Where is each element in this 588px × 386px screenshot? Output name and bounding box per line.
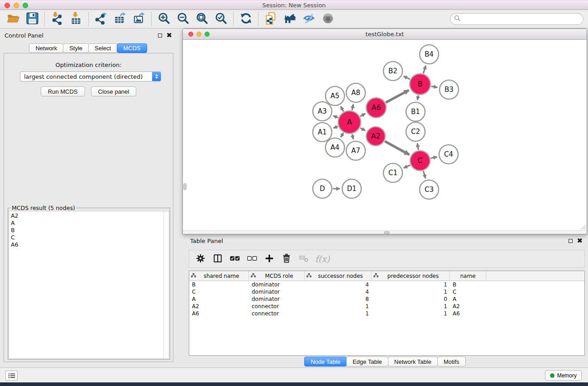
mcds-result-item[interactable]: A2 [11, 212, 162, 219]
mcds-result-item[interactable]: A [11, 219, 162, 227]
export-image-button[interactable] [129, 11, 148, 27]
edge-A6-B[interactable] [386, 90, 409, 103]
node-B4[interactable]: B4 [420, 45, 439, 64]
resize-grip-icon[interactable] [580, 224, 586, 230]
zoom-fit-button[interactable] [192, 11, 211, 27]
mcds-result-item[interactable]: B [11, 227, 162, 234]
horizontal-scroll-thumb[interactable] [384, 231, 390, 234]
cell-name[interactable]: C [450, 288, 486, 295]
edge-B-B3[interactable] [431, 86, 438, 88]
open-folder-button[interactable] [4, 11, 23, 27]
search-input[interactable] [461, 14, 583, 24]
node-A5[interactable]: A5 [325, 86, 344, 105]
mcds-result-list[interactable]: A2ABCA6 [9, 211, 169, 359]
column-header-successor-nodes[interactable]: successor nodes [305, 271, 372, 281]
import-network-button[interactable] [48, 11, 67, 27]
network-from-selection-button[interactable] [261, 11, 280, 27]
cell-successor-nodes[interactable]: 4 [305, 288, 372, 295]
cell-predecessor-nodes[interactable]: 1 [372, 281, 450, 288]
node-C4[interactable]: C4 [439, 145, 458, 164]
export-network-button[interactable] [91, 11, 110, 27]
close-panel-button[interactable]: Close panel [91, 86, 137, 96]
edge-A-A6[interactable] [360, 114, 366, 116]
search-box[interactable] [450, 13, 583, 25]
tab-edge-table[interactable]: Edge Table [346, 357, 388, 367]
cell-predecessor-nodes[interactable]: 1 [372, 310, 450, 317]
run-mcds-button[interactable]: Run MCDS [41, 86, 85, 96]
refresh-button[interactable] [236, 11, 255, 27]
close-panel-icon[interactable]: ✖ [166, 33, 172, 38]
node-A2[interactable]: A2 [366, 127, 385, 146]
tab-motifs[interactable]: Motifs [437, 357, 466, 367]
zoom-selected-button[interactable] [211, 11, 230, 27]
tab-mcds[interactable]: MCDS [117, 43, 147, 53]
network-window-titlebar[interactable]: testGlobe.txt [183, 29, 587, 40]
edge-B-B1[interactable] [417, 95, 418, 100]
node-A4[interactable]: A4 [325, 138, 344, 157]
column-header-MCDS-role[interactable]: MCDS role [249, 271, 305, 281]
gear-button[interactable] [193, 252, 208, 266]
node-A6[interactable]: A6 [366, 98, 386, 118]
vertical-scrollbar[interactable] [183, 40, 186, 230]
edge-B-B2[interactable] [403, 76, 410, 79]
vertical-scroll-thumb[interactable] [183, 183, 186, 190]
edge-A-A8[interactable] [352, 104, 354, 110]
float-table-panel-icon[interactable] [569, 239, 573, 243]
tab-select[interactable]: Select [88, 43, 117, 53]
cell-MCDS-role[interactable]: dominator [249, 295, 305, 303]
show-all-button[interactable] [318, 11, 337, 27]
node-D[interactable]: D [313, 179, 332, 198]
optimization-criterion-select[interactable]: largest connected component (directed) [20, 71, 161, 81]
node-A8[interactable]: A8 [346, 83, 365, 102]
cell-MCDS-role[interactable]: dominator [249, 288, 305, 295]
cell-name[interactable]: B [450, 281, 486, 288]
memory-button[interactable]: Memory [545, 370, 582, 381]
node-A[interactable]: A [338, 111, 361, 133]
node-A7[interactable]: A7 [346, 141, 365, 160]
cell-predecessor-nodes[interactable]: 1 [372, 303, 450, 310]
cell-successor-nodes[interactable]: 1 [305, 310, 372, 317]
edge-A-A1[interactable] [333, 126, 338, 128]
node-B1[interactable]: B1 [406, 102, 425, 121]
edge-C-C3[interactable] [423, 171, 425, 178]
cell-shared-name[interactable]: B [189, 281, 249, 288]
cell-predecessor-nodes[interactable]: 1 [372, 288, 450, 295]
save-button[interactable] [23, 11, 42, 27]
zoom-window-button[interactable] [23, 3, 28, 8]
columns-button[interactable] [210, 252, 225, 266]
node-B3[interactable]: B3 [440, 80, 459, 99]
edge-A-A3[interactable] [333, 116, 338, 118]
cell-shared-name[interactable]: A2 [189, 303, 249, 310]
column-header-shared-name[interactable]: shared name [189, 271, 249, 281]
cell-name[interactable]: A [450, 295, 486, 303]
tab-style[interactable]: Style [63, 43, 89, 53]
node-C[interactable]: C [410, 151, 430, 171]
cell-MCDS-role[interactable]: dominator [249, 281, 305, 288]
node-C3[interactable]: C3 [420, 180, 439, 199]
edge-B-B4[interactable] [423, 66, 425, 73]
cell-MCDS-role[interactable]: connector [249, 310, 305, 317]
horizontal-scrollbar[interactable] [183, 230, 587, 234]
node-C1[interactable]: C1 [383, 163, 402, 182]
edge-C-C2[interactable] [417, 143, 418, 150]
node-B[interactable]: B [410, 74, 430, 95]
export-table-button[interactable] [110, 11, 129, 27]
import-table-button[interactable] [67, 11, 86, 27]
column-header-predecessor-nodes[interactable]: predecessor nodes [372, 271, 450, 281]
list-scrollbar[interactable] [163, 211, 169, 358]
minimize-network-window-button[interactable] [196, 32, 201, 37]
zoom-out-button[interactable] [173, 11, 192, 27]
cell-name[interactable]: A6 [450, 310, 486, 317]
float-panel-icon[interactable] [158, 33, 162, 38]
edge-A-A7[interactable] [352, 134, 354, 139]
edge-A-A2[interactable] [360, 128, 365, 131]
tab-network-table[interactable]: Network Table [388, 357, 438, 367]
add-button[interactable] [262, 252, 277, 266]
first-neighbors-button[interactable] [280, 11, 299, 27]
zoom-in-button[interactable] [154, 11, 173, 27]
edge-C-C4[interactable] [430, 157, 437, 158]
task-history-button[interactable] [5, 371, 18, 381]
table-row[interactable]: Bdominator41B [189, 281, 584, 288]
edge-A-A5[interactable] [341, 106, 344, 112]
node-C2[interactable]: C2 [406, 122, 425, 141]
